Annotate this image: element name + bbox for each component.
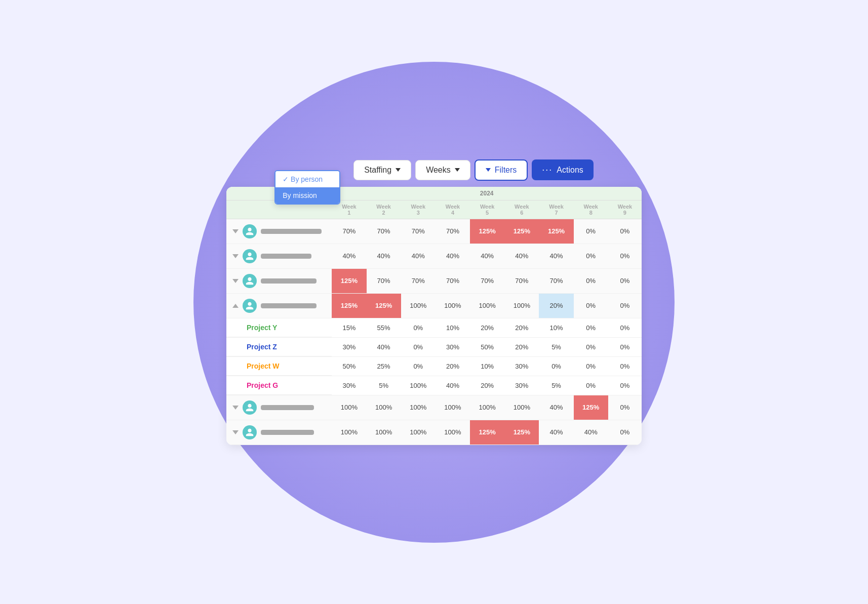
week-cell: 0% <box>608 268 642 293</box>
week-cell: 0% <box>608 420 642 445</box>
expand-icon[interactable] <box>232 229 239 233</box>
week-cell: 125% <box>504 219 539 244</box>
table-row: 100%100%100%100%125%125%40%40%0% <box>226 420 642 445</box>
week-cell: 70% <box>367 268 401 293</box>
week-cell: 0% <box>608 376 642 395</box>
avatar <box>243 400 257 415</box>
actions-button[interactable]: ··· Actions <box>532 159 593 180</box>
week-cell: 0% <box>574 244 608 268</box>
staffing-table: 2024 Week1 Week2 Week3 Week4 Week5 Week6… <box>226 187 642 445</box>
table-row: 100%100%100%100%100%100%40%125%0% <box>226 395 642 420</box>
expand-icon[interactable] <box>232 279 239 283</box>
expand-icon[interactable] <box>232 406 239 410</box>
table-row: Project W50%25%0%20%10%30%0%0%0% <box>226 356 642 376</box>
week-cell: 0% <box>574 268 608 293</box>
week-cell: 10% <box>470 356 504 376</box>
week-cell: 125% <box>367 293 401 318</box>
week-cell: 40% <box>574 420 608 445</box>
week-cell: 100% <box>332 395 366 420</box>
chevron-down-icon <box>396 168 401 172</box>
week-cell: 25% <box>367 356 401 376</box>
avatar <box>243 249 257 263</box>
week-cell: 40% <box>367 244 401 268</box>
week-6-header: Week6 <box>504 200 539 219</box>
project-name: Project Y <box>226 318 332 337</box>
week-cell: 5% <box>367 376 401 395</box>
toolbar: By person By mission Staffing Weeks Filt… <box>274 159 594 181</box>
week-cell: 100% <box>401 420 436 445</box>
week-cell: 100% <box>332 420 366 445</box>
avatar <box>243 425 257 439</box>
table-row: Project Z30%40%0%30%50%20%5%0%0% <box>226 337 642 356</box>
week-cell: 0% <box>401 356 436 376</box>
week-cell: 0% <box>608 244 642 268</box>
week-cell: 0% <box>401 337 436 356</box>
table-row: 125%125%100%100%100%100%20%0%0% <box>226 293 642 318</box>
week-cell: 20% <box>470 376 504 395</box>
by-mission-option[interactable]: By mission <box>275 187 339 204</box>
filter-icon <box>486 168 491 172</box>
table-row: Project G30%5%100%40%20%30%5%0%0% <box>226 376 642 395</box>
person-name-cell <box>226 420 332 445</box>
avatar <box>243 274 257 288</box>
week-cell: 0% <box>574 337 608 356</box>
week-cell: 20% <box>470 318 504 337</box>
week-5-header: Week5 <box>470 200 504 219</box>
week-cell: 100% <box>470 395 504 420</box>
week-cell: 15% <box>332 318 366 337</box>
name-placeholder <box>261 303 317 308</box>
by-person-option[interactable]: By person <box>275 171 339 187</box>
expand-icon[interactable] <box>232 430 239 434</box>
week-cell: 40% <box>470 244 504 268</box>
project-name-cell: Project Y <box>226 318 332 337</box>
week-cell: 40% <box>367 337 401 356</box>
week-cell: 55% <box>367 318 401 337</box>
weeks-button[interactable]: Weeks <box>415 160 470 180</box>
person-name-cell <box>226 293 332 318</box>
weeks-label: Weeks <box>426 166 451 175</box>
person-name-cell <box>226 244 332 268</box>
week-cell: 70% <box>401 219 436 244</box>
filters-button[interactable]: Filters <box>475 159 528 181</box>
person-name-cell <box>226 395 332 420</box>
week-cell: 10% <box>436 318 470 337</box>
week-cell: 100% <box>504 395 539 420</box>
filters-label: Filters <box>495 166 517 175</box>
table-row: Project Y15%55%0%10%20%20%10%0%0% <box>226 318 642 337</box>
week-7-header: Week7 <box>539 200 573 219</box>
week-cell: 100% <box>401 395 436 420</box>
week-cell: 0% <box>608 293 642 318</box>
name-placeholder <box>261 430 314 435</box>
week-cell: 0% <box>574 376 608 395</box>
week-cell: 0% <box>574 318 608 337</box>
week-cell: 0% <box>574 356 608 376</box>
week-cell: 50% <box>332 356 366 376</box>
main-container: By person By mission Staffing Weeks Filt… <box>226 159 642 445</box>
project-name: Project Z <box>226 338 332 356</box>
week-cell: 70% <box>539 268 573 293</box>
week-cell: 30% <box>332 337 366 356</box>
week-cell: 100% <box>436 293 470 318</box>
background-circle: By person By mission Staffing Weeks Filt… <box>193 62 675 543</box>
week-3-header: Week3 <box>401 200 436 219</box>
week-cell: 100% <box>470 293 504 318</box>
person-name-cell <box>226 219 332 244</box>
project-name-cell: Project W <box>226 356 332 376</box>
week-cell: 40% <box>332 244 366 268</box>
table-row: 70%70%70%70%125%125%125%0%0% <box>226 219 642 244</box>
week-cell: 125% <box>504 420 539 445</box>
project-name: Project G <box>226 376 332 395</box>
expand-icon[interactable] <box>232 254 239 258</box>
staffing-button[interactable]: Staffing <box>353 160 411 180</box>
week-8-header: Week8 <box>574 200 608 219</box>
person-name-cell <box>226 268 332 293</box>
week-cell: 100% <box>367 420 401 445</box>
week-cell: 40% <box>436 244 470 268</box>
week-cell: 50% <box>470 337 504 356</box>
week-cell: 125% <box>470 219 504 244</box>
week-2-header: Week2 <box>367 200 401 219</box>
week-cell: 0% <box>574 219 608 244</box>
collapse-icon[interactable] <box>232 304 239 308</box>
week-cell: 70% <box>504 268 539 293</box>
week-cell: 70% <box>332 219 366 244</box>
